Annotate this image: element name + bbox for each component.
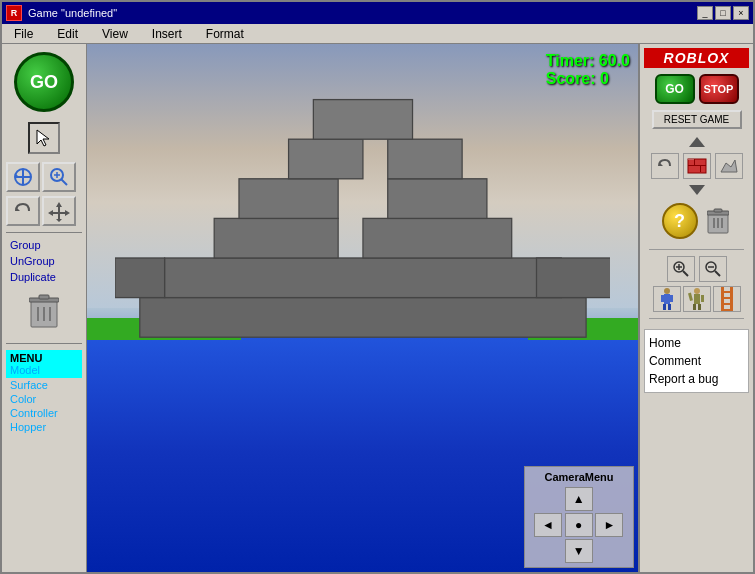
cam-empty-2	[595, 487, 623, 511]
maximize-button[interactable]: □	[715, 6, 731, 20]
svg-rect-37	[714, 209, 722, 212]
cam-empty-4	[595, 539, 623, 563]
svg-rect-30	[688, 165, 706, 166]
go-button[interactable]: GO	[14, 52, 74, 112]
menu-view[interactable]: View	[90, 25, 140, 43]
right-panel: ROBLOX GO STOP RESET GAME	[638, 44, 753, 572]
game-container: GO	[2, 44, 638, 572]
svg-rect-20	[362, 218, 511, 258]
svg-rect-65	[721, 309, 733, 311]
report-bug-link[interactable]: Report a bug	[649, 370, 744, 388]
hopper-link[interactable]: Hopper	[6, 420, 82, 434]
trash-icon[interactable]	[28, 293, 60, 331]
undo-icon-right[interactable]	[651, 153, 679, 179]
minimize-button[interactable]: _	[697, 6, 713, 20]
svg-rect-33	[688, 159, 694, 160]
outer-window: R Game "undefined" _ □ × File Edit View …	[0, 0, 755, 574]
help-button[interactable]: ?	[662, 203, 698, 239]
tool-row-2	[6, 196, 76, 226]
cursor-tool[interactable]	[28, 122, 60, 154]
terrain-icon[interactable]	[715, 153, 743, 179]
right-separator-1	[649, 249, 744, 250]
svg-rect-59	[698, 304, 701, 310]
menu-file[interactable]: File	[2, 25, 45, 43]
undo-tool[interactable]	[6, 196, 40, 226]
roblox-btn-row: GO STOP	[655, 74, 739, 104]
roblox-stop-button[interactable]: STOP	[699, 74, 739, 104]
svg-rect-52	[663, 304, 666, 310]
roblox-go-button[interactable]: GO	[655, 74, 695, 104]
svg-rect-19	[214, 218, 338, 258]
color-link[interactable]: Color	[6, 392, 82, 406]
rotate-tool[interactable]	[6, 162, 40, 192]
menu-format[interactable]: Format	[194, 25, 256, 43]
tool-row-1	[6, 162, 76, 192]
cam-empty-1	[534, 487, 562, 511]
main-area: GO	[2, 44, 753, 572]
svg-rect-32	[700, 166, 701, 172]
svg-rect-26	[115, 258, 165, 298]
comment-link[interactable]: Comment	[649, 352, 744, 370]
cam-left-button[interactable]: ◄	[534, 513, 562, 537]
svg-rect-55	[694, 294, 700, 304]
left-sidebar: GO	[2, 44, 87, 572]
block-structure	[115, 60, 611, 350]
figure-icons-row	[653, 286, 741, 312]
svg-rect-25	[313, 99, 412, 139]
menu-insert[interactable]: Insert	[140, 25, 194, 43]
zoom-out-icon[interactable]	[699, 256, 727, 282]
figure-builder-icon[interactable]	[653, 286, 681, 312]
game-viewport[interactable]: Timer: 60.0 Score: 0 CameraMenu ▲ ◄ ● ►	[87, 44, 638, 572]
close-button[interactable]: ×	[733, 6, 749, 20]
svg-rect-18	[164, 258, 561, 298]
duplicate-button[interactable]: Duplicate	[6, 269, 82, 285]
group-button[interactable]: Group	[6, 237, 82, 253]
magnify-row	[667, 256, 727, 282]
svg-rect-58	[693, 304, 696, 310]
svg-rect-13	[39, 295, 49, 299]
cam-down-button[interactable]: ▼	[565, 539, 593, 563]
move-tool[interactable]	[42, 196, 76, 226]
cam-empty-3	[534, 539, 562, 563]
controller-link[interactable]: Controller	[6, 406, 82, 420]
zoom-in-icon[interactable]	[667, 256, 695, 282]
sidebar-separator-2	[6, 343, 82, 344]
camera-menu: CameraMenu ▲ ◄ ● ► ▼	[524, 466, 634, 568]
right-links-section: Home Comment Report a bug	[644, 329, 749, 393]
svg-point-48	[664, 288, 670, 294]
menu-tab[interactable]: MENU Model	[6, 350, 82, 378]
svg-rect-49	[664, 294, 670, 304]
cam-up-button[interactable]: ▲	[565, 487, 593, 511]
home-link[interactable]: Home	[649, 334, 744, 352]
svg-point-54	[694, 288, 700, 294]
roblox-logo: ROBLOX	[644, 48, 749, 68]
zoom-tool[interactable]	[42, 162, 76, 192]
arrow-up-icon[interactable]	[689, 137, 705, 147]
figure-zombie-icon[interactable]	[683, 286, 711, 312]
svg-rect-23	[288, 139, 362, 179]
title-bar: R Game "undefined" _ □ ×	[2, 2, 753, 24]
surface-link[interactable]: Surface	[6, 378, 82, 392]
svg-marker-10	[48, 202, 70, 222]
ungroup-button[interactable]: UnGroup	[6, 253, 82, 269]
brick-icon[interactable]	[683, 153, 711, 179]
menu-edit[interactable]: Edit	[45, 25, 90, 43]
menu-bar: File Edit View Insert Format	[2, 24, 753, 44]
figure-ladder-icon[interactable]	[713, 286, 741, 312]
arrow-down-icon[interactable]	[689, 185, 705, 195]
svg-rect-51	[670, 295, 673, 302]
title-icon: R	[6, 5, 22, 21]
svg-line-42	[683, 271, 688, 276]
cam-right-button[interactable]: ►	[595, 513, 623, 537]
camera-menu-title: CameraMenu	[529, 471, 629, 483]
svg-rect-24	[387, 139, 461, 179]
svg-marker-9	[16, 207, 20, 211]
reset-game-button[interactable]: RESET GAME	[652, 110, 742, 129]
timer-display: Timer: 60.0	[546, 52, 630, 70]
svg-rect-57	[701, 295, 704, 302]
cam-center-button[interactable]: ●	[565, 513, 593, 537]
svg-marker-28	[659, 162, 663, 166]
svg-rect-62	[721, 291, 733, 293]
trash-button-right[interactable]	[704, 205, 732, 237]
camera-controls: ▲ ◄ ● ► ▼	[534, 487, 624, 563]
